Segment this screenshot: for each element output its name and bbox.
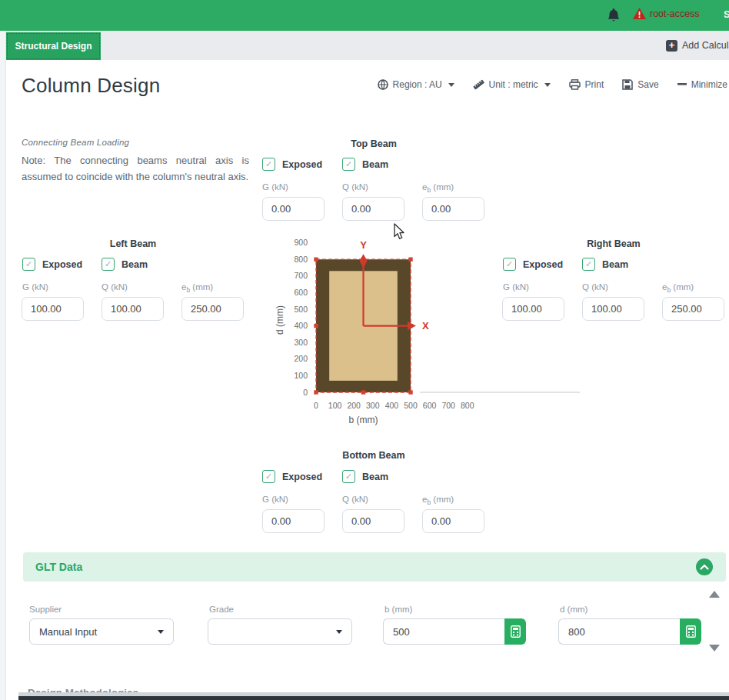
svg-text:500: 500 <box>294 305 308 314</box>
svg-text:100: 100 <box>294 371 308 380</box>
chevron-up-icon <box>700 564 709 570</box>
save-button[interactable]: Save <box>622 79 658 90</box>
add-calculation-label: Add Calculation <box>682 40 729 51</box>
beam-label: Beam <box>122 259 148 270</box>
svg-text:600: 600 <box>294 288 308 297</box>
svg-text:b (mm): b (mm) <box>349 415 378 425</box>
left-beam-q-label: Q (kN) <box>102 282 128 292</box>
add-calculation-button[interactable]: + Add Calculation <box>666 37 729 54</box>
svg-text:400: 400 <box>385 401 399 410</box>
b-calculator-button[interactable] <box>504 618 526 645</box>
d-mm-input[interactable] <box>558 618 680 645</box>
exposed-label: Exposed <box>282 159 322 170</box>
right-beam-eb-label: eb (mm) <box>662 282 694 294</box>
svg-text:800: 800 <box>461 401 474 410</box>
top-beam-title: Top Beam <box>351 138 397 149</box>
svg-text:100: 100 <box>328 401 342 410</box>
d-mm-label: d (mm) <box>560 605 588 614</box>
svg-text:600: 600 <box>423 401 437 410</box>
minus-icon <box>677 83 687 86</box>
bottom-beam-beam-checkbox[interactable]: ✓ Beam <box>342 470 388 483</box>
glt-data-title: GLT Data <box>35 561 82 573</box>
column-cross-section-chart[interactable]: 0100200300400500600700800900010020030040… <box>273 231 596 429</box>
collapse-section-button[interactable] <box>696 558 713 575</box>
ruler-icon <box>473 79 484 90</box>
checkbox-checked-icon: ✓ <box>22 258 35 271</box>
top-beam-q-label: Q (kN) <box>342 182 368 192</box>
svg-text:0: 0 <box>303 388 308 397</box>
top-beam-exposed-checkbox[interactable]: ✓ Exposed <box>262 158 322 171</box>
unit-selector[interactable]: Unit : metric <box>473 79 551 90</box>
bottom-beam-eb-input[interactable] <box>422 509 484 533</box>
exposed-label: Exposed <box>282 472 322 482</box>
top-beam-beam-checkbox[interactable]: ✓ Beam <box>342 158 388 171</box>
top-navbar: root-access S <box>0 0 729 31</box>
svg-text:900: 900 <box>294 238 308 247</box>
connecting-beam-heading: Connecting Beam Loading <box>22 138 129 147</box>
region-selector[interactable]: Region : AU <box>378 79 454 90</box>
left-gutter <box>0 31 6 700</box>
chevron-down-icon <box>448 83 454 87</box>
glt-data-header[interactable]: GLT Data <box>23 552 726 582</box>
bottom-beam-g-label: G (kN) <box>262 495 288 504</box>
alert-label: root-access <box>650 8 700 19</box>
mouse-cursor <box>394 223 406 240</box>
left-beam-g-label: G (kN) <box>22 282 48 292</box>
bottom-beam-q-label: Q (kN) <box>342 495 368 504</box>
top-beam-g-input[interactable] <box>262 197 325 221</box>
left-beam-g-input[interactable] <box>22 297 84 321</box>
exposed-label: Exposed <box>42 259 82 270</box>
supplier-label: Supplier <box>29 605 62 614</box>
calculator-icon <box>686 625 696 638</box>
tab-bar <box>0 31 729 60</box>
bottom-beam-g-input[interactable] <box>262 509 325 533</box>
svg-text:800: 800 <box>294 255 308 264</box>
right-beam-eb-input[interactable] <box>662 297 724 321</box>
supplier-select[interactable]: Manual Input <box>29 618 174 645</box>
region-label: Region : AU <box>393 79 442 90</box>
left-beam-title: Left Beam <box>110 238 156 249</box>
svg-text:300: 300 <box>294 338 308 347</box>
d-calculator-button[interactable] <box>680 618 701 645</box>
top-beam-q-input[interactable] <box>342 197 404 221</box>
tab-label: Structural Design <box>15 41 92 52</box>
left-beam-eb-input[interactable] <box>181 297 244 321</box>
checkbox-checked-icon: ✓ <box>262 470 275 483</box>
chevron-down-icon <box>158 630 164 634</box>
top-beam-eb-label: eb (mm) <box>422 182 454 194</box>
tab-structural-design[interactable]: Structural Design <box>6 32 101 60</box>
grade-select[interactable] <box>208 618 352 645</box>
svg-text:700: 700 <box>294 271 308 280</box>
left-beam-exposed-checkbox[interactable]: ✓ Exposed <box>22 258 82 271</box>
root-access-alert[interactable]: root-access <box>633 8 700 19</box>
bottom-beam-exposed-checkbox[interactable]: ✓ Exposed <box>262 470 322 483</box>
page-title: Column Design <box>22 74 160 98</box>
bottom-beam-eb-label: eb (mm) <box>422 495 454 506</box>
scroll-up-arrow[interactable] <box>709 591 720 598</box>
globe-icon <box>378 79 388 90</box>
beam-label: Beam <box>362 472 388 482</box>
printer-icon <box>569 79 581 90</box>
left-beam-beam-checkbox[interactable]: ✓ Beam <box>102 258 148 271</box>
chevron-down-icon <box>544 83 551 87</box>
svg-text:700: 700 <box>441 401 455 410</box>
left-beam-q-input[interactable] <box>102 297 164 321</box>
top-beam-eb-input[interactable] <box>422 197 484 221</box>
notifications-bell-icon[interactable] <box>607 8 621 26</box>
d-mm-group <box>558 618 701 645</box>
horizontal-scrollbar-thumb[interactable] <box>18 696 729 700</box>
svg-text:200: 200 <box>294 354 308 363</box>
checkbox-checked-icon: ✓ <box>342 158 355 171</box>
print-button[interactable]: Print <box>569 79 604 90</box>
print-label: Print <box>585 79 604 90</box>
scroll-down-arrow[interactable] <box>709 645 720 652</box>
svg-text:d (mm): d (mm) <box>275 305 285 335</box>
connecting-beam-note: Note: The connecting beams neutral axis … <box>22 153 249 185</box>
b-mm-input[interactable] <box>383 618 504 645</box>
minimize-button[interactable]: Minimize <box>677 79 727 90</box>
b-mm-group <box>383 618 526 645</box>
bottom-beam-q-input[interactable] <box>342 509 404 533</box>
minimize-label: Minimize <box>691 79 727 90</box>
bottom-beam-title: Bottom Beam <box>342 450 404 461</box>
header-actions: Region : AU Unit : metric Print Save Min… <box>378 79 727 90</box>
